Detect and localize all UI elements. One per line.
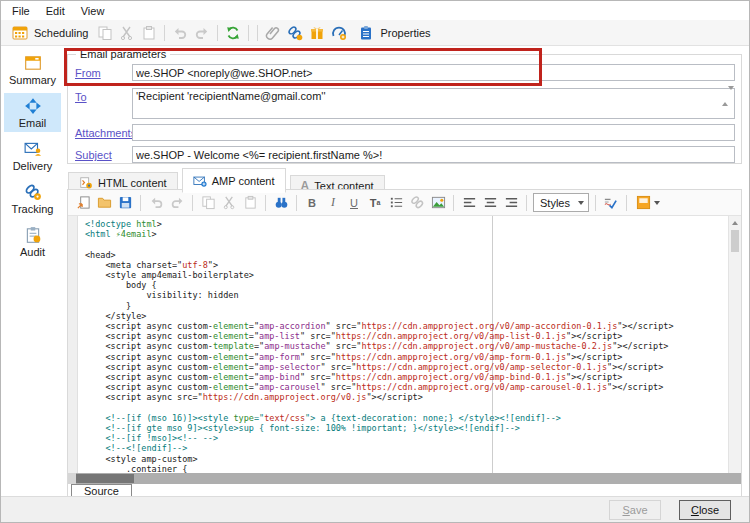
sidebar-item-email[interactable]: Email xyxy=(4,93,61,132)
align-center-icon[interactable] xyxy=(481,194,499,212)
to-input[interactable]: 'Recipient 'recipientName@gmail.com'' xyxy=(132,88,735,119)
toolbar-separator xyxy=(526,195,527,211)
sidebar-item-label: Delivery xyxy=(4,160,61,172)
redo-icon[interactable] xyxy=(168,194,186,212)
chevron-down-icon xyxy=(654,201,660,205)
toolbar-separator xyxy=(453,195,454,211)
attachments-label[interactable]: Attachments xyxy=(75,127,136,139)
scheduling-label: Scheduling xyxy=(34,27,88,39)
find-icon[interactable] xyxy=(272,194,290,212)
to-scroll-arrows[interactable] xyxy=(722,90,733,117)
clipboard-icon xyxy=(356,23,376,43)
horizontal-scrollbar[interactable] xyxy=(68,473,741,484)
background-color-dropdown[interactable] xyxy=(633,193,663,212)
sidebar-item-summary[interactable]: Summary xyxy=(4,50,61,89)
code-line: <script async custom-element="amp-form" … xyxy=(85,352,674,362)
code-line: <script async src="https://cdn.ampprojec… xyxy=(85,392,674,402)
hyperlink-icon[interactable] xyxy=(408,194,426,212)
editor-toolbar: B I U Ta Styles xyxy=(68,190,741,216)
paste-icon[interactable] xyxy=(139,23,159,43)
cut-icon[interactable] xyxy=(117,23,137,43)
scrollbar-thumb[interactable] xyxy=(731,230,739,252)
scrollbar-thumb[interactable] xyxy=(76,474,134,483)
underline-icon[interactable]: U xyxy=(345,194,363,212)
group-title: Email parameters xyxy=(76,48,170,60)
code-line: <head> xyxy=(85,250,674,260)
code-line: <!--<![endif]--> xyxy=(85,443,674,453)
delivery-envelope-icon xyxy=(24,140,42,158)
redo-icon[interactable] xyxy=(192,23,212,43)
undo-icon[interactable] xyxy=(147,194,165,212)
tab-amp-content[interactable]: AMP content xyxy=(182,168,286,193)
copy-icon[interactable] xyxy=(95,23,115,43)
properties-button[interactable]: Properties xyxy=(351,21,435,45)
toolbar-separator xyxy=(164,25,165,41)
code-line: <script async custom-element="amp-carous… xyxy=(85,382,674,392)
align-right-icon[interactable] xyxy=(502,194,520,212)
code-content[interactable]: <!doctype html><html ⚡4email> <head> <me… xyxy=(85,219,674,473)
paste-icon[interactable] xyxy=(241,194,259,212)
to-label[interactable]: To xyxy=(75,91,87,103)
save-button[interactable]: Save xyxy=(609,500,661,520)
calendar-icon xyxy=(10,23,30,43)
code-gutter xyxy=(68,216,78,473)
code-line: </style> xyxy=(85,311,674,321)
from-label[interactable]: From xyxy=(75,67,101,79)
code-line: <style amp-custom> xyxy=(85,454,674,464)
summary-window-icon xyxy=(24,54,42,72)
tab-label: HTML content xyxy=(98,177,167,189)
sidebar-item-label: Audit xyxy=(4,246,61,258)
copy-icon[interactable] xyxy=(199,194,217,212)
sidebar-item-audit[interactable]: Audit xyxy=(4,222,61,261)
sidebar-item-label: Email xyxy=(4,117,61,129)
gauge-add-icon[interactable] xyxy=(329,23,349,43)
link-icon[interactable] xyxy=(285,23,305,43)
amp-content-icon xyxy=(193,174,207,188)
menu-bar: File Edit View xyxy=(1,1,749,20)
bullet-list-icon[interactable] xyxy=(387,194,405,212)
toolbar-separator xyxy=(257,25,258,41)
properties-label: Properties xyxy=(380,27,430,39)
scroll-up-icon[interactable] xyxy=(732,221,738,225)
code-line: <meta charset="utf-8"> xyxy=(85,260,674,270)
gift-icon[interactable] xyxy=(307,23,327,43)
code-editor-area[interactable]: <!doctype html><html ⚡4email> <head> <me… xyxy=(68,216,741,473)
sidebar-item-delivery[interactable]: Delivery xyxy=(4,136,61,175)
bold-icon[interactable]: B xyxy=(303,194,321,212)
scheduling-button[interactable]: Scheduling xyxy=(5,21,93,45)
code-line: body { xyxy=(85,280,674,290)
insert-image-icon[interactable] xyxy=(429,194,447,212)
font-icon[interactable]: Ta xyxy=(366,194,384,212)
delivery-properties-window: File Edit View Scheduling Properties xyxy=(0,0,750,523)
attachments-input[interactable] xyxy=(132,124,735,141)
spellcheck-icon[interactable] xyxy=(602,194,620,212)
code-line: visibility: hidden xyxy=(85,290,674,300)
open-file-icon[interactable] xyxy=(95,194,113,212)
styles-dropdown[interactable]: Styles xyxy=(533,193,589,212)
toolbar-separator xyxy=(192,195,193,211)
close-button[interactable]: Close xyxy=(679,500,731,520)
italic-icon[interactable]: I xyxy=(324,194,342,212)
from-input[interactable] xyxy=(132,64,735,81)
save-file-icon[interactable] xyxy=(116,194,134,212)
menu-view[interactable]: View xyxy=(73,3,113,19)
menu-file[interactable]: File xyxy=(4,3,38,19)
undo-icon[interactable] xyxy=(170,23,190,43)
paperclip-icon[interactable] xyxy=(263,23,283,43)
sidebar-item-label: Tracking xyxy=(4,203,61,215)
sidebar: Summary Email Delivery Tracking Audit xyxy=(1,47,64,496)
code-line: <script async custom-element="amp-accord… xyxy=(85,321,674,331)
menu-edit[interactable]: Edit xyxy=(38,3,73,19)
toolbar-separator xyxy=(140,195,141,211)
align-left-icon[interactable] xyxy=(460,194,478,212)
code-line: <script async custom-element="amp-bind" … xyxy=(85,372,674,382)
email-panel: Email parameters From To 'Recipient 'rec… xyxy=(64,46,749,496)
cut-icon[interactable] xyxy=(220,194,238,212)
refresh-icon[interactable] xyxy=(223,23,243,43)
vertical-scrollbar[interactable] xyxy=(728,216,741,473)
code-line: <script async custom-template="amp-musta… xyxy=(85,341,674,351)
import-content-icon[interactable] xyxy=(74,194,92,212)
subject-input[interactable] xyxy=(132,146,735,163)
sidebar-item-tracking[interactable]: Tracking xyxy=(4,179,61,218)
subject-label[interactable]: Subject xyxy=(75,149,112,161)
